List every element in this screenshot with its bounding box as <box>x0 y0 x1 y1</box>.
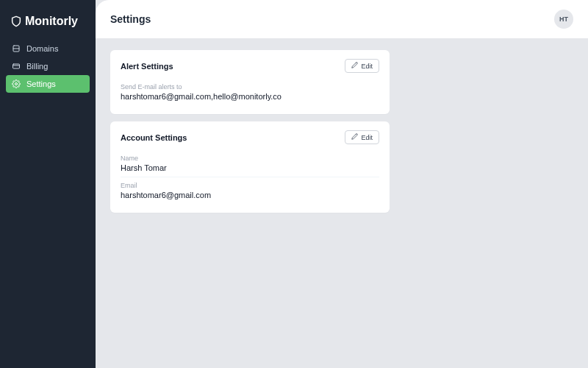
account-settings-card: Account Settings Edit Name Harsh Tomar E… <box>110 121 390 213</box>
shield-icon <box>10 15 22 27</box>
sidebar-item-label: Domains <box>26 44 58 53</box>
alert-email-field: Send E-mail alerts to harshtomar6@gmail.… <box>121 79 379 105</box>
edit-button-label: Edit <box>361 63 373 70</box>
content-wrap: Settings HT Alert Settings Edit Send E-m… <box>96 0 588 368</box>
card-title: Alert Settings <box>121 62 173 71</box>
field-value: harshtomar6@gmail.com <box>121 191 379 199</box>
account-email-field: Email harshtomar6@gmail.com <box>121 177 379 204</box>
pencil-icon <box>351 62 358 70</box>
field-label: Name <box>121 155 379 162</box>
sidebar: Monitorly Domains Billing Settings <box>0 0 96 368</box>
main: Settings HT Alert Settings Edit Send E-m… <box>96 0 588 368</box>
sidebar-item-domains[interactable]: Domains <box>6 40 90 57</box>
pencil-icon <box>351 133 358 141</box>
field-label: Email <box>121 182 379 189</box>
topbar: Settings HT <box>96 0 588 38</box>
field-value: Harsh Tomar <box>121 163 379 172</box>
avatar[interactable]: HT <box>554 10 573 29</box>
card-header: Account Settings Edit <box>121 130 379 144</box>
card-title: Account Settings <box>121 133 187 142</box>
page-title: Settings <box>110 13 151 25</box>
field-value: harshtomar6@gmail.com,hello@monitorly.co <box>121 92 379 101</box>
svg-rect-1 <box>13 64 20 68</box>
svg-point-2 <box>15 83 18 85</box>
edit-alert-button[interactable]: Edit <box>345 59 379 73</box>
cards-area: Alert Settings Edit Send E-mail alerts t… <box>96 38 404 224</box>
sidebar-item-billing[interactable]: Billing <box>6 57 90 75</box>
globe-icon <box>12 44 21 53</box>
field-label: Send E-mail alerts to <box>121 83 379 91</box>
sidebar-item-settings[interactable]: Settings <box>6 75 90 93</box>
card-header: Alert Settings Edit <box>121 59 379 73</box>
alert-settings-card: Alert Settings Edit Send E-mail alerts t… <box>110 50 390 114</box>
sidebar-nav: Domains Billing Settings <box>0 40 96 93</box>
brand: Monitorly <box>0 9 96 40</box>
edit-button-label: Edit <box>361 134 373 141</box>
brand-name: Monitorly <box>25 15 78 28</box>
sidebar-item-label: Billing <box>26 62 48 71</box>
card-icon <box>12 62 21 71</box>
sidebar-item-label: Settings <box>26 79 56 88</box>
gear-icon <box>12 79 21 88</box>
edit-account-button[interactable]: Edit <box>345 130 379 144</box>
account-name-field: Name Harsh Tomar <box>121 150 379 177</box>
